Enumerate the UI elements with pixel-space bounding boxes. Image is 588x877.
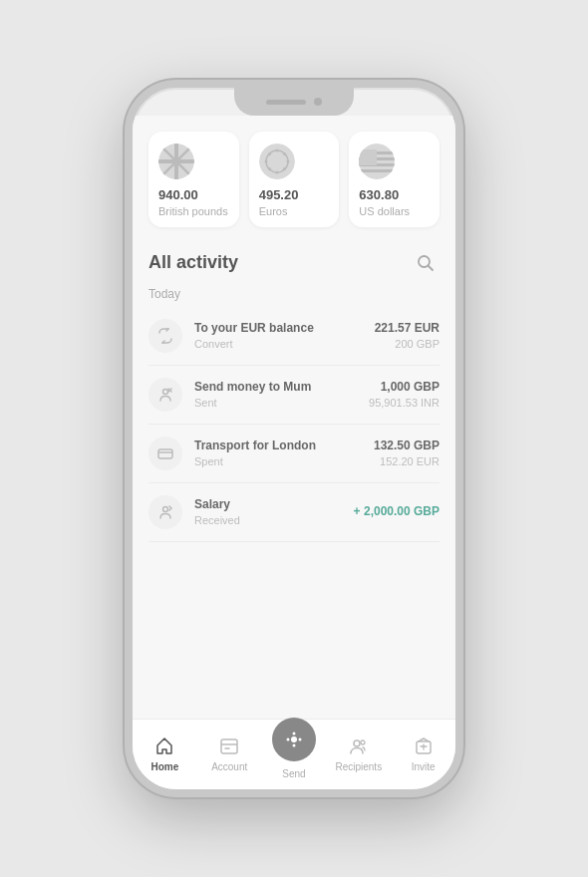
side-button-vol-up [125,217,127,267]
transaction-item[interactable]: Send money to Mum Sent 1,000 GBP 95,901.… [148,366,440,425]
balance-card-eur[interactable]: 495.20 Euros [249,132,340,227]
nav-item-send[interactable]: Send [262,718,327,779]
invite-icon [412,734,436,758]
recipients-svg-icon [349,736,369,756]
balance-card-gbp[interactable]: 940.00 British pounds [148,132,239,227]
phone-wrapper: 940.00 British pounds [0,0,588,877]
svg-point-14 [268,167,271,170]
transaction-details: Salary Received [194,497,342,526]
svg-point-28 [163,506,168,511]
transaction-name: To your EUR balance [194,321,363,337]
nav-item-account[interactable]: Account [197,734,262,772]
home-label: Home [151,761,179,772]
balances-row: 940.00 British pounds [148,132,440,227]
gbp-amount: 940.00 [158,187,198,203]
transaction-primary: 132.50 GBP [374,438,440,454]
transaction-name: Send money to Mum [194,380,357,396]
receive-arrows-icon [157,504,173,520]
transaction-primary: 221.57 EUR [375,321,440,337]
svg-point-13 [283,152,286,155]
balance-card-usd[interactable]: 630.80 US dollars [349,132,440,227]
svg-rect-29 [221,739,237,753]
transaction-item[interactable]: Transport for London Spent 132.50 GBP 15… [148,425,440,483]
svg-point-10 [286,160,289,163]
receive-icon [148,495,182,529]
svg-point-9 [264,160,267,163]
send-arrows-icon [157,387,173,403]
svg-point-37 [354,740,360,746]
transaction-details: Send money to Mum Sent [194,380,357,409]
account-icon [217,734,241,758]
transaction-details: To your EUR balance Convert [194,321,363,350]
side-button-vol-down [125,282,127,332]
balances-section: 940.00 British pounds [133,116,455,239]
svg-point-33 [292,732,295,735]
invite-svg-icon [414,736,434,756]
us-flag-icon [359,144,395,179]
eur-flag [259,144,295,179]
phone-notch [234,88,354,116]
send-label: Send [282,768,305,779]
transaction-type: Spent [194,455,362,467]
recipients-icon [347,734,371,758]
send-button[interactable] [272,718,316,761]
svg-point-32 [291,736,297,742]
convert-icon [148,319,182,353]
transaction-name: Salary [194,497,342,513]
account-label: Account [211,761,247,772]
home-svg-icon [154,736,174,756]
account-svg-icon [219,736,239,756]
transaction-amounts: 1,000 GBP 95,901.53 INR [369,380,440,409]
send-icon [148,378,182,412]
usd-currency: US dollars [359,205,410,217]
activity-header: All activity [148,239,440,283]
svg-point-25 [163,389,168,394]
eu-flag-icon [259,144,295,179]
invite-label: Invite [412,761,436,772]
transaction-amounts: 221.57 EUR 200 GBP [375,321,440,350]
svg-line-24 [429,265,434,270]
today-label: Today [148,283,440,307]
side-button-power [461,247,463,317]
svg-point-7 [275,149,278,152]
svg-point-36 [298,738,301,741]
transaction-name: Transport for London [194,438,362,454]
svg-rect-19 [359,169,395,172]
uk-flag-icon [158,144,194,179]
eur-amount: 495.20 [259,187,299,203]
notch-speaker [266,100,306,105]
transaction-type: Convert [194,338,363,350]
recipients-label: Recipients [335,761,382,772]
nav-item-recipients[interactable]: Recipients [326,734,391,772]
nav-item-invite[interactable]: Invite [391,734,455,772]
svg-point-8 [275,171,278,174]
transaction-amounts: 132.50 GBP 152.20 EUR [374,438,440,467]
transaction-item[interactable]: To your EUR balance Convert 221.57 EUR 2… [148,307,440,366]
activity-section: All activity Today [133,239,455,719]
card-payment-icon [157,445,173,461]
svg-rect-26 [158,449,172,458]
convert-arrows-icon [157,328,173,344]
transaction-primary: 1,000 GBP [369,380,440,396]
usd-amount: 630.80 [359,187,399,203]
transaction-item[interactable]: Salary Received + 2,000.00 GBP [148,483,440,542]
eur-currency: Euros [259,205,288,217]
svg-point-35 [286,738,289,741]
home-icon [152,734,176,758]
transaction-amounts: + 2,000.00 GBP [354,504,440,520]
bottom-nav: Home Account [133,719,455,789]
svg-point-11 [268,152,271,155]
transaction-secondary: 152.20 EUR [374,455,440,467]
phone-screen: 940.00 British pounds [133,116,455,789]
gbp-flag [158,144,194,179]
transaction-secondary: 200 GBP [375,338,440,350]
nav-item-home[interactable]: Home [133,734,197,772]
notch-camera [314,98,322,106]
svg-point-38 [361,740,365,744]
card-icon [148,437,182,470]
transaction-details: Transport for London Spent [194,438,362,467]
search-button[interactable] [412,249,440,277]
usd-flag [359,144,395,179]
svg-point-12 [283,167,286,170]
gbp-currency: British pounds [158,205,228,217]
